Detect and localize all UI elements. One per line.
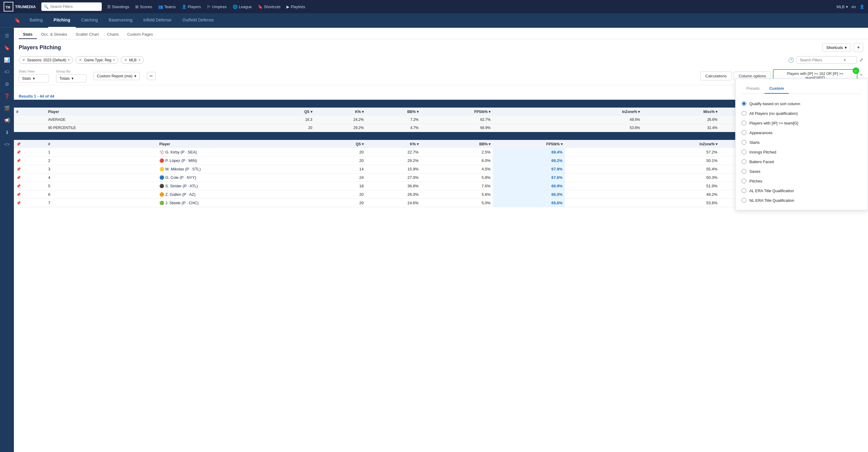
expand-icon[interactable]: ⤢ (859, 57, 863, 63)
qual-label[interactable]: NL ERA Title Qualification (749, 198, 794, 203)
qual-tab-presets[interactable]: Presets (742, 84, 765, 94)
league-selector[interactable]: MLB ▾ (837, 4, 848, 9)
subtab-charts[interactable]: Charts (103, 30, 123, 39)
filter-game-type[interactable]: ✕ Game Type: Reg ▾ (75, 56, 118, 64)
col-bb-p[interactable]: BB% ▾ (421, 140, 493, 148)
player-cell[interactable]: 🔴 P. López (P · MIN) (157, 157, 315, 165)
sidebar-icon-settings[interactable]: ⚙ (1, 79, 12, 89)
tab-catching[interactable]: Catching (76, 13, 103, 28)
sidebar-icon-menu[interactable]: ☰ (1, 30, 12, 41)
qual-tab-custom[interactable]: Custom (765, 84, 788, 94)
col-fpstk-p[interactable]: FPStk% ▾ (493, 140, 565, 148)
col-k[interactable]: K% ▾ (315, 108, 366, 116)
qual-label[interactable]: Innings Pitched (749, 150, 776, 154)
qual-label[interactable]: Qualify based on sort column (749, 102, 800, 106)
nav-teams[interactable]: 👥 Teams (158, 4, 176, 9)
qual-label[interactable]: Saves (749, 169, 760, 174)
nav-league[interactable]: 🌐 League (233, 4, 252, 9)
search-filter-box[interactable]: ▾ (797, 56, 857, 64)
stats-view-select[interactable]: Stats ▾ (19, 74, 49, 83)
player-cell[interactable]: 🟢 J. Steele (P · CHC) (157, 199, 315, 207)
qual-radio[interactable] (742, 111, 746, 116)
language-selector[interactable]: en (852, 4, 856, 9)
player-cell[interactable]: 🔵 G. Cole (P · NYY) (157, 173, 315, 182)
player-link[interactable]: 🟢 J. Steele (P · CHC) (159, 201, 312, 205)
search-filter-input[interactable] (800, 58, 842, 62)
subtab-custom[interactable]: Custom Pages (123, 30, 157, 39)
close-icon[interactable]: ✕ (124, 58, 127, 62)
qual-radio[interactable] (742, 198, 746, 203)
custom-report-select[interactable]: Custom Report (me) ▾ (94, 72, 140, 80)
sidebar-icon-chart[interactable]: 📊 (1, 54, 12, 65)
sidebar-icon-tag[interactable]: 🏷 (1, 66, 12, 77)
player-cell[interactable]: 🟠 Z. Gallen (P · AZ) (157, 190, 315, 199)
qual-radio[interactable] (742, 140, 746, 145)
close-icon[interactable]: ✕ (22, 58, 25, 62)
sidebar-icon-help[interactable]: ❓ (1, 91, 12, 102)
qual-label[interactable]: All Players (no qualification) (749, 111, 798, 116)
qual-radio[interactable] (742, 149, 746, 154)
edit-button[interactable]: ✏ (147, 72, 156, 80)
player-link[interactable]: 🟠 Z. Gallen (P · AZ) (159, 192, 312, 197)
filter-season[interactable]: ✕ Seasons: 2023 (Default) ▾ (19, 56, 73, 64)
qual-radio[interactable] (742, 178, 746, 183)
search-box[interactable]: 🔍 (41, 2, 102, 11)
player-link[interactable]: 🔴 P. López (P · MIN) (159, 158, 312, 163)
qual-radio[interactable] (742, 188, 746, 193)
player-cell[interactable]: ⚾ G. Kirby (P · SEA) (157, 148, 315, 157)
col-inzone[interactable]: InZone% ▾ (565, 108, 643, 116)
qual-label[interactable]: Players with [IP] >= team[G] (749, 121, 798, 125)
player-cell[interactable]: 🟡 M. Mikolas (P · STL) (157, 165, 315, 173)
history-icon[interactable]: 🕐 (788, 57, 794, 63)
player-link[interactable]: ⚫ S. Strider (P · ATL) (159, 184, 312, 188)
qual-radio[interactable] (742, 169, 746, 174)
nav-shortcuts[interactable]: 🔖 Shortcuts (258, 4, 280, 9)
sidebar-icon-code[interactable]: <> (1, 139, 12, 150)
group-by-select[interactable]: Totals ▾ (56, 74, 86, 83)
nav-players[interactable]: 👤 Players (182, 4, 201, 9)
nav-standings[interactable]: ☰ Standings (107, 4, 129, 9)
tab-infield-defense[interactable]: Infield Defense (138, 13, 177, 28)
nav-playlists[interactable]: ▶ Playlists (286, 4, 305, 9)
qual-label[interactable]: Batters Faced (749, 160, 774, 164)
player-cell[interactable]: ⚫ S. Strider (P · ATL) (157, 182, 315, 190)
sidebar-icon-video[interactable]: 🎬 (1, 103, 12, 114)
qual-label[interactable]: AL ERA Title Qualification (749, 189, 794, 193)
sidebar-icon-download[interactable]: ⬇ (1, 127, 12, 138)
col-bb[interactable]: BB% ▾ (366, 108, 421, 116)
qual-radio[interactable] (742, 159, 746, 164)
qual-radio[interactable] (742, 101, 746, 106)
player-link[interactable]: 🔵 G. Cole (P · NYY) (159, 175, 312, 180)
col-miss[interactable]: Miss% ▾ (643, 108, 720, 116)
nav-umpires[interactable]: 🏳 Umpires (207, 4, 227, 9)
search-input[interactable] (51, 4, 99, 9)
subtab-occ-streaks[interactable]: Occ. & Streaks (37, 30, 71, 39)
chevron-up-icon[interactable]: ⌃ (859, 73, 863, 79)
close-icon[interactable]: ✕ (79, 58, 82, 62)
tab-baserunning[interactable]: Baserunning (103, 13, 138, 28)
calculations-button[interactable]: Calculations (700, 72, 732, 80)
sidebar-icon-megaphone[interactable]: 📢 (1, 115, 12, 126)
tab-batting[interactable]: Batting (24, 13, 48, 28)
qual-radio[interactable] (742, 130, 746, 135)
sidebar-icon-bookmark[interactable]: 🔖 (1, 42, 12, 53)
col-qs[interactable]: QS ▾ (157, 108, 315, 116)
qual-radio[interactable] (742, 120, 746, 125)
qual-label[interactable]: Pitches (749, 179, 763, 183)
col-inzone-p[interactable]: InZone% ▾ (643, 140, 720, 148)
subtab-stats[interactable]: Stats (19, 30, 37, 39)
col-k-p[interactable]: K% ▾ (366, 140, 421, 148)
tab-outfield-defense[interactable]: Outfield Defense (177, 13, 219, 28)
filter-league[interactable]: ✕ MLB ▾ (121, 56, 144, 64)
tab-pitching[interactable]: Pitching (48, 13, 76, 28)
shortcuts-button[interactable]: Shortcuts ▾ (823, 44, 851, 52)
qual-label[interactable]: Appearances (749, 131, 773, 135)
col-qs-p[interactable]: QS ▾ (315, 140, 366, 148)
player-link[interactable]: 🟡 M. Mikolas (P · STL) (159, 167, 312, 171)
add-shortcut-button[interactable]: + (854, 43, 863, 52)
subtab-scatter[interactable]: Scatter Chart (71, 30, 103, 39)
col-fpstk[interactable]: FPStk% ▾ (421, 108, 493, 116)
player-link[interactable]: ⚾ G. Kirby (P · SEA) (159, 150, 312, 154)
user-icon[interactable]: 👤 (860, 4, 864, 9)
qual-label[interactable]: Starts (749, 140, 760, 145)
